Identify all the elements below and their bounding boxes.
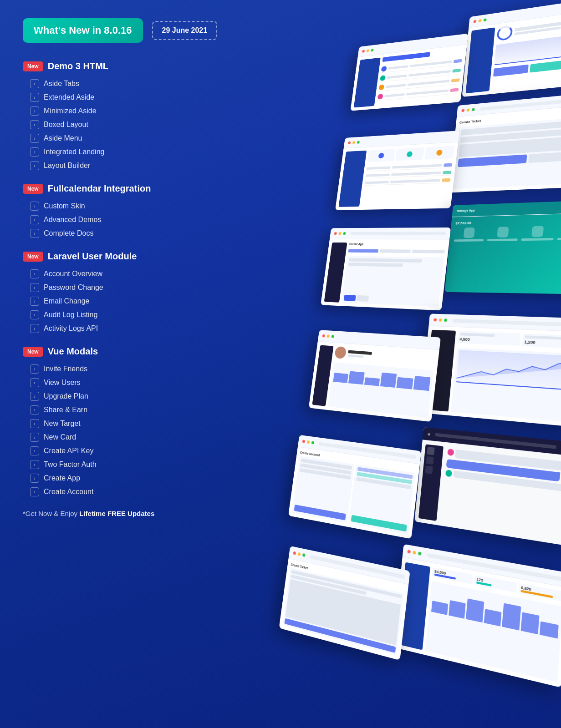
list-item-label: Extended Aside (44, 93, 94, 101)
new-badge-fullcalendar: New (23, 184, 43, 194)
sections-container: NewDemo 3 HTML›Aside Tabs›Extended Aside… (23, 61, 232, 499)
screenshot-4 (335, 131, 459, 210)
list-item-label: Upgrade Plan (44, 392, 88, 400)
chevron-icon: › (30, 79, 39, 88)
chevron-icon: › (30, 120, 39, 129)
header-section: What's New in 8.0.16 29 June 2021 (23, 18, 232, 43)
list-item[interactable]: ›Two Factor Auth (30, 458, 232, 471)
section-title-demo3html: Demo 3 HTML (48, 61, 108, 71)
list-item-label: Aside Menu (44, 134, 82, 142)
screenshot-11: $4,500 175 6,820 (393, 544, 561, 688)
items-list-laravel: ›Account Overview›Password Change›Email … (23, 267, 232, 335)
chevron-icon: › (30, 229, 39, 238)
section-demo3html: NewDemo 3 HTML›Aside Tabs›Extended Aside… (23, 61, 232, 172)
chevron-icon: › (30, 215, 39, 224)
list-item-label: Two Factor Auth (44, 460, 97, 469)
list-item[interactable]: ›Aside Menu (30, 131, 232, 145)
section-laravel: NewLaravel User Module›Account Overview›… (23, 251, 232, 335)
items-list-fullcalendar: ›Custom Skin›Advanced Demos›Complete Doc… (23, 199, 232, 240)
list-item[interactable]: ›Layout Builder (30, 159, 232, 172)
list-item-label: Boxed Layout (44, 121, 88, 129)
section-header-vuemodals: NewVue Modals (23, 346, 232, 357)
list-item[interactable]: ›Audit Log Listing (30, 308, 232, 322)
list-item[interactable]: ›Custom Skin (30, 199, 232, 213)
list-item[interactable]: ›Advanced Demos (30, 213, 232, 227)
footer-regular: *Get Now & Enjoy (23, 510, 79, 517)
screenshot-3: Create Ticket (449, 91, 561, 193)
list-item[interactable]: ›View Users (30, 376, 232, 389)
screenshot-12: Create Ticket (279, 546, 410, 661)
list-item-label: Share & Earn (44, 406, 87, 414)
list-item[interactable]: ›Create Account (30, 485, 232, 499)
chevron-icon: › (30, 324, 39, 333)
section-title-fullcalendar: Fullcalendar Integration (48, 183, 151, 193)
section-title-laravel: Laravel User Module (48, 251, 137, 261)
section-title-vuemodals: Vue Modals (48, 346, 98, 356)
list-item-label: Layout Builder (44, 162, 90, 170)
items-list-demo3html: ›Aside Tabs›Extended Aside›Minimized Asi… (23, 77, 232, 172)
list-item[interactable]: ›Invite Friends (30, 362, 232, 376)
list-item[interactable]: ›Create App (30, 471, 232, 485)
list-item-label: New Card (44, 433, 76, 441)
screenshot-6: Create App (321, 228, 451, 310)
list-item[interactable]: ›Password Change (30, 281, 232, 294)
section-header-demo3html: NewDemo 3 HTML (23, 61, 232, 71)
chevron-icon: › (30, 93, 39, 102)
section-header-laravel: NewLaravel User Module (23, 251, 232, 262)
screenshot-stack: Create Ticket (209, 0, 561, 728)
list-item[interactable]: ›Share & Earn (30, 403, 232, 417)
list-item-label: Activity Logs API (44, 324, 98, 333)
chevron-icon: › (30, 433, 39, 442)
screenshot-7: 4,500 1,200 (420, 313, 561, 428)
list-item[interactable]: ›Upgrade Plan (30, 389, 232, 403)
footer-bold: Lifetime FREE Updates (79, 510, 154, 517)
list-item[interactable]: ›New Card (30, 430, 232, 444)
list-item-label: Integrated Landing (44, 148, 104, 156)
chevron-icon: › (30, 446, 39, 455)
list-item[interactable]: ›Account Overview (30, 267, 232, 281)
list-item-label: Advanced Demos (44, 216, 101, 224)
screenshot-5: Manage App $7,562.00 (444, 200, 561, 294)
screenshot-10: Create Account (288, 435, 421, 539)
new-badge-demo3html: New (23, 61, 43, 71)
chevron-icon: › (30, 202, 39, 211)
list-item-label: Password Change (44, 283, 103, 292)
chevron-icon: › (30, 460, 39, 469)
list-item-label: Invite Friends (44, 365, 87, 373)
chevron-icon: › (30, 405, 39, 415)
chevron-icon: › (30, 474, 39, 483)
list-item[interactable]: ›New Target (30, 417, 232, 430)
list-item[interactable]: ›Boxed Layout (30, 118, 232, 131)
section-vuemodals: NewVue Modals›Invite Friends›View Users›… (23, 346, 232, 499)
list-item-label: Account Overview (44, 270, 102, 278)
chevron-icon: › (30, 147, 39, 157)
chevron-icon: › (30, 283, 39, 292)
chevron-icon: › (30, 161, 39, 170)
list-item-label: View Users (44, 379, 81, 387)
chevron-icon: › (30, 297, 39, 306)
list-item[interactable]: ›Email Change (30, 294, 232, 308)
screenshot-9: ▣ (414, 427, 561, 546)
screenshot-2 (350, 34, 468, 111)
list-item[interactable]: ›Create API Key (30, 444, 232, 458)
chevron-icon: › (30, 134, 39, 143)
list-item[interactable]: ›Extended Aside (30, 91, 232, 104)
list-item-label: Complete Docs (44, 229, 93, 238)
list-item-label: Email Change (44, 297, 90, 305)
chevron-icon: › (30, 392, 39, 401)
chevron-icon: › (30, 364, 39, 374)
version-badge: What's New in 8.0.16 (23, 18, 143, 43)
list-item[interactable]: ›Complete Docs (30, 227, 232, 240)
list-item-label: Create API Key (44, 447, 93, 455)
list-item[interactable]: ›Minimized Aside (30, 104, 232, 118)
list-item-label: Create Account (44, 488, 93, 496)
screenshot-8 (309, 330, 441, 422)
items-list-vuemodals: ›Invite Friends›View Users›Upgrade Plan›… (23, 362, 232, 499)
list-item[interactable]: ›Integrated Landing (30, 145, 232, 159)
chevron-icon: › (30, 487, 39, 496)
list-item[interactable]: ›Activity Logs API (30, 322, 232, 335)
list-item[interactable]: ›Aside Tabs (30, 77, 232, 91)
list-item-label: New Target (44, 420, 81, 428)
chevron-icon: › (30, 310, 39, 319)
list-item-label: Custom Skin (44, 202, 85, 210)
